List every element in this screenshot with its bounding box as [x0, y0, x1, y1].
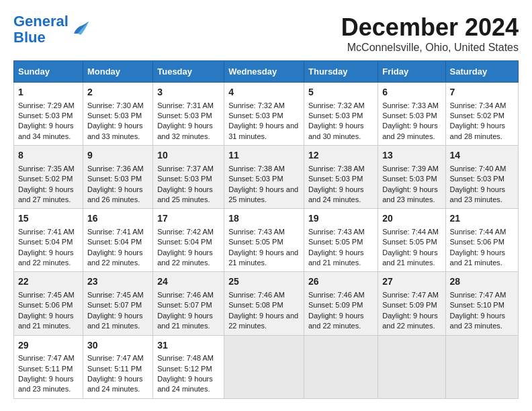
- day-info: Sunrise: 7:42 AM: [157, 227, 220, 237]
- day-info: Sunset: 5:06 PM: [450, 237, 514, 247]
- day-info: Sunset: 5:03 PM: [18, 111, 79, 121]
- day-info: Sunset: 5:05 PM: [308, 237, 373, 247]
- day-number: 31: [157, 339, 220, 353]
- day-number: 9: [87, 149, 148, 163]
- day-number: 5: [308, 86, 373, 99]
- day-info: Sunrise: 7:38 AM: [228, 164, 300, 174]
- page-header: GeneralBlue December 2024 McConnelsville…: [13, 13, 519, 54]
- day-info: Daylight: 9 hours and 28 minutes.: [450, 121, 514, 142]
- day-info: Sunrise: 7:34 AM: [450, 101, 514, 111]
- day-info: Daylight: 9 hours and 21 minutes.: [382, 248, 441, 269]
- day-number: 28: [450, 275, 514, 289]
- day-info: Sunrise: 7:38 AM: [308, 164, 373, 174]
- column-header-sunday: Sunday: [14, 61, 83, 83]
- day-number: 22: [18, 275, 79, 289]
- day-info: Daylight: 9 hours and 30 minutes.: [308, 121, 373, 142]
- day-info: Sunset: 5:04 PM: [157, 237, 220, 247]
- day-number: 29: [18, 339, 79, 353]
- column-header-thursday: Thursday: [304, 61, 378, 83]
- calendar-cell: 10Sunrise: 7:37 AMSunset: 5:03 PMDayligh…: [153, 146, 224, 209]
- day-number: 1: [18, 86, 79, 99]
- day-info: Sunset: 5:03 PM: [228, 111, 300, 121]
- calendar-cell: 6Sunrise: 7:33 AMSunset: 5:03 PMDaylight…: [378, 83, 445, 146]
- day-info: Sunrise: 7:31 AM: [157, 101, 220, 111]
- calendar-cell: 22Sunrise: 7:45 AMSunset: 5:06 PMDayligh…: [14, 272, 83, 335]
- calendar-cell: 15Sunrise: 7:41 AMSunset: 5:04 PMDayligh…: [14, 209, 83, 272]
- day-number: 17: [157, 212, 220, 226]
- day-info: Daylight: 9 hours and 21 minutes.: [87, 311, 148, 332]
- day-info: Sunset: 5:04 PM: [18, 237, 79, 247]
- calendar-cell: 8Sunrise: 7:35 AMSunset: 5:02 PMDaylight…: [14, 146, 83, 209]
- day-info: Sunset: 5:03 PM: [308, 111, 373, 121]
- day-info: Sunset: 5:03 PM: [157, 111, 220, 121]
- day-info: Sunrise: 7:46 AM: [228, 290, 300, 300]
- calendar-cell: 1Sunrise: 7:29 AMSunset: 5:03 PMDaylight…: [14, 83, 83, 146]
- day-info: Sunrise: 7:46 AM: [308, 290, 373, 300]
- day-info: Sunrise: 7:32 AM: [228, 101, 300, 111]
- day-info: Daylight: 9 hours and 24 minutes.: [157, 374, 220, 395]
- day-info: Sunrise: 7:32 AM: [308, 101, 373, 111]
- day-info: Sunset: 5:05 PM: [382, 237, 441, 247]
- day-info: Sunrise: 7:39 AM: [382, 164, 441, 174]
- day-info: Sunset: 5:10 PM: [450, 300, 514, 310]
- logo: GeneralBlue: [13, 13, 91, 46]
- day-info: Sunrise: 7:43 AM: [308, 227, 373, 237]
- main-title: December 2024: [341, 13, 519, 42]
- day-number: 23: [87, 275, 148, 289]
- day-number: 25: [228, 275, 300, 289]
- day-number: 8: [18, 149, 79, 163]
- calendar-week-row: 8Sunrise: 7:35 AMSunset: 5:02 PMDaylight…: [14, 146, 519, 209]
- day-info: Daylight: 9 hours and 27 minutes.: [18, 185, 79, 205]
- day-info: Sunset: 5:03 PM: [87, 111, 148, 121]
- calendar-cell: 2Sunrise: 7:30 AMSunset: 5:03 PMDaylight…: [83, 83, 152, 146]
- day-info: Daylight: 9 hours and 29 minutes.: [382, 121, 441, 142]
- calendar-cell: 20Sunrise: 7:44 AMSunset: 5:05 PMDayligh…: [378, 209, 445, 272]
- day-info: Sunrise: 7:35 AM: [18, 164, 79, 174]
- day-info: Daylight: 9 hours and 33 minutes.: [87, 121, 148, 142]
- day-number: 15: [18, 212, 79, 226]
- day-info: Daylight: 9 hours and 22 minutes.: [228, 311, 300, 332]
- day-number: 30: [87, 339, 148, 353]
- calendar-cell: 9Sunrise: 7:36 AMSunset: 5:03 PMDaylight…: [83, 146, 152, 209]
- day-number: 24: [157, 275, 220, 289]
- calendar-cell: 21Sunrise: 7:44 AMSunset: 5:06 PMDayligh…: [445, 209, 518, 272]
- day-info: Sunset: 5:07 PM: [87, 300, 148, 310]
- calendar-cell: [445, 335, 518, 398]
- day-info: Sunrise: 7:43 AM: [228, 227, 300, 237]
- day-info: Sunrise: 7:47 AM: [87, 353, 148, 363]
- calendar-cell: 13Sunrise: 7:39 AMSunset: 5:03 PMDayligh…: [378, 146, 445, 209]
- calendar-cell: 27Sunrise: 7:47 AMSunset: 5:09 PMDayligh…: [378, 272, 445, 335]
- calendar-cell: 12Sunrise: 7:38 AMSunset: 5:03 PMDayligh…: [304, 146, 378, 209]
- calendar-cell: 26Sunrise: 7:46 AMSunset: 5:09 PMDayligh…: [304, 272, 378, 335]
- day-info: Daylight: 9 hours and 22 minutes.: [87, 248, 148, 269]
- day-info: Sunrise: 7:41 AM: [18, 227, 79, 237]
- day-info: Sunset: 5:02 PM: [18, 174, 79, 184]
- day-info: Daylight: 9 hours and 22 minutes.: [308, 311, 373, 332]
- day-number: 10: [157, 149, 220, 163]
- calendar-cell: 28Sunrise: 7:47 AMSunset: 5:10 PMDayligh…: [445, 272, 518, 335]
- calendar-cell: 23Sunrise: 7:45 AMSunset: 5:07 PMDayligh…: [83, 272, 152, 335]
- day-number: 4: [228, 86, 300, 99]
- calendar-cell: 7Sunrise: 7:34 AMSunset: 5:02 PMDaylight…: [445, 83, 518, 146]
- day-info: Daylight: 9 hours and 21 minutes.: [308, 248, 373, 269]
- calendar-header-row: SundayMondayTuesdayWednesdayThursdayFrid…: [14, 61, 519, 83]
- column-header-tuesday: Tuesday: [153, 61, 224, 83]
- day-info: Daylight: 9 hours and 24 minutes.: [87, 374, 148, 395]
- day-number: 16: [87, 212, 148, 226]
- day-info: Sunrise: 7:40 AM: [450, 164, 514, 174]
- day-info: Daylight: 9 hours and 21 minutes.: [157, 311, 220, 332]
- calendar-cell: 30Sunrise: 7:47 AMSunset: 5:11 PMDayligh…: [83, 335, 152, 398]
- title-section: December 2024 McConnelsville, Ohio, Unit…: [341, 13, 519, 54]
- day-info: Sunset: 5:03 PM: [157, 174, 220, 184]
- day-info: Daylight: 9 hours and 22 minutes.: [18, 248, 79, 269]
- day-info: Sunrise: 7:47 AM: [450, 290, 514, 300]
- day-number: 20: [382, 212, 441, 226]
- day-info: Sunset: 5:07 PM: [157, 300, 220, 310]
- day-info: Daylight: 9 hours and 23 minutes.: [450, 311, 514, 332]
- day-info: Daylight: 9 hours and 23 minutes.: [450, 185, 514, 205]
- day-info: Sunrise: 7:44 AM: [450, 227, 514, 237]
- day-info: Sunset: 5:03 PM: [87, 174, 148, 184]
- day-info: Daylight: 9 hours and 21 minutes.: [450, 248, 514, 269]
- day-info: Daylight: 9 hours and 22 minutes.: [157, 248, 220, 269]
- calendar-cell: 11Sunrise: 7:38 AMSunset: 5:03 PMDayligh…: [224, 146, 304, 209]
